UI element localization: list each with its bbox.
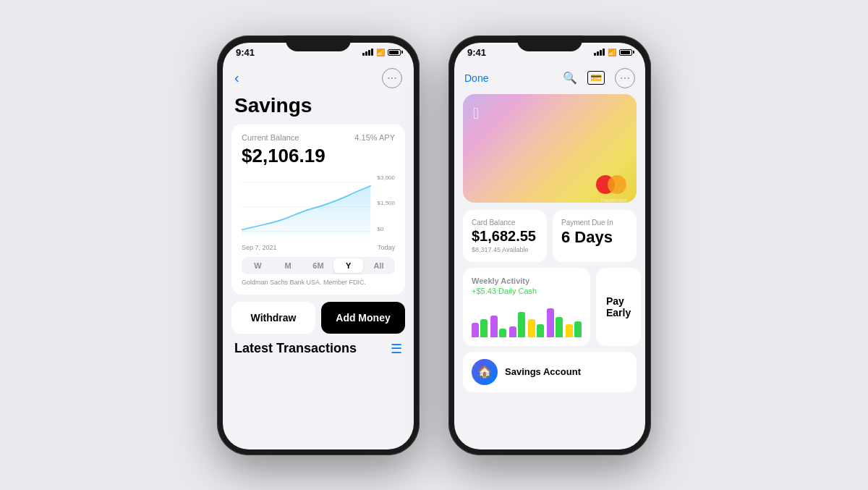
chart-y-bot: $0 [378,226,395,232]
chart-y-mid: $1,500 [378,200,395,206]
bar-purple-2 [490,316,498,337]
done-button[interactable]: Done [464,72,488,84]
transactions-header: Latest Transactions ☰ [223,341,414,363]
savings-balance-card: Current Balance 4.15% APY $2,106.19 [231,124,405,295]
chart-y-top: $3,000 [378,174,395,181]
bar-yellow-6 [566,324,573,337]
activity-bars [472,301,582,337]
card-balance-amount: $1,682.55 [472,228,538,245]
bar-group-3 [509,312,525,337]
balance-header: Current Balance 4.15% APY [242,133,395,142]
bar-green-3 [518,312,525,337]
weekly-activity-card: Weekly Activity +$5.43 Daily Cash [463,268,590,346]
card-balance-available: $8,317.45 Available [472,246,538,253]
transactions-title: Latest Transactions [234,341,357,356]
payment-due-label: Payment Due In [561,219,628,227]
signal-icon-right [594,48,605,56]
apple-logo:  [473,104,479,123]
pay-early-button[interactable]: Pay Early [606,295,631,318]
wifi-icon-right: 📶 [608,48,616,56]
savings-nav: ‹ ⋯ [223,65,414,94]
search-icon[interactable]: 🔍 [563,71,577,85]
time-btn-w[interactable]: W [243,258,273,273]
card-balance-card: Card Balance $1,682.55 $8,317.45 Availab… [463,210,547,262]
back-button[interactable]: ‹ [234,69,239,86]
time-btn-all[interactable]: All [364,258,393,273]
transactions-icon[interactable]: ☰ [391,341,402,357]
bar-green-6 [574,321,582,337]
chart-x-start: Sep 7, 2021 [242,244,277,251]
payment-due-card: Payment Due In 6 Days [553,210,637,262]
bar-group-5 [547,308,563,337]
time-btn-6m[interactable]: 6M [304,258,333,273]
apy-label: 4.15% APY [354,133,395,142]
balance-amount: $2,106.19 [242,145,395,167]
battery-icon-right [619,49,632,56]
bar-green-1 [480,319,488,337]
right-phone: 9:41 📶 Done 🔍 💳 [448,35,651,455]
notch-right [517,35,582,51]
bar-green-5 [556,317,563,337]
bar-group-4 [528,319,544,337]
apple-card-screen: Done 🔍 💳 ⋯  mastercard Card [454,59,645,447]
status-icons-left: 📶 [362,48,401,56]
bar-green-4 [537,324,544,337]
savings-title: Savings [223,94,414,124]
card-nav-icons: 🔍 💳 ⋯ [563,68,635,88]
left-phone: 9:41 📶 ‹ ⋯ Savings [217,35,420,455]
notch [286,35,351,51]
more-button[interactable]: ⋯ [382,68,402,88]
time-selector: W M 6M Y All [242,257,395,274]
left-phone-screen: 9:41 📶 ‹ ⋯ Savings [223,43,414,449]
signal-icon [362,48,373,56]
bar-group-1 [472,319,488,337]
status-icons-right: 📶 [594,48,632,56]
withdraw-button[interactable]: Withdraw [231,302,315,334]
apple-card-visual:  mastercard [463,94,637,203]
bar-purple-5 [547,308,554,337]
savings-acc-label: Savings Account [505,366,581,377]
bar-group-2 [490,316,506,337]
card-info-row: Card Balance $1,682.55 $8,317.45 Availab… [463,210,637,262]
activity-pay-row: Weekly Activity +$5.43 Daily Cash [463,268,637,346]
status-time-left: 9:41 [236,47,255,58]
card-list-icon[interactable]: 💳 [587,71,605,85]
bar-purple-1 [472,323,479,337]
card-balance-label: Card Balance [472,219,538,227]
mastercard-logo: mastercard [596,175,626,194]
bar-group-6 [566,321,582,337]
bar-purple-3 [509,326,516,337]
more-button-right[interactable]: ⋯ [615,68,635,88]
payment-days: 6 Days [561,228,628,247]
time-btn-y[interactable]: Y [333,258,363,273]
activity-title: Weekly Activity [472,276,582,285]
savings-account-card[interactable]: 🏠 Savings Account [463,352,637,392]
status-time-right: 9:41 [467,47,486,58]
bar-yellow-4 [528,319,535,337]
balance-label: Current Balance [242,133,299,142]
activity-sub: +$5.43 Daily Cash [472,287,582,295]
savings-screen: ‹ ⋯ Savings Current Balance 4.15% APY $2… [223,59,414,447]
right-phone-screen: 9:41 📶 Done 🔍 💳 [454,43,645,449]
savings-acc-icon: 🏠 [472,359,498,385]
action-buttons: Withdraw Add Money [231,302,405,334]
savings-chart: $3,000 $1,500 $0 [242,174,395,240]
chart-x-end: Today [378,244,395,251]
fdic-text: Goldman Sachs Bank USA. Member FDIC. [242,279,395,286]
time-btn-m[interactable]: M [273,258,303,273]
chart-x-labels: Sep 7, 2021 Today [242,244,395,251]
wifi-icon: 📶 [376,48,385,56]
add-money-button[interactable]: Add Money [321,302,405,334]
battery-icon [388,49,401,56]
pay-early-card: Pay Early [596,268,641,346]
card-nav: Done 🔍 💳 ⋯ [454,65,645,94]
bar-green-2 [499,329,506,337]
